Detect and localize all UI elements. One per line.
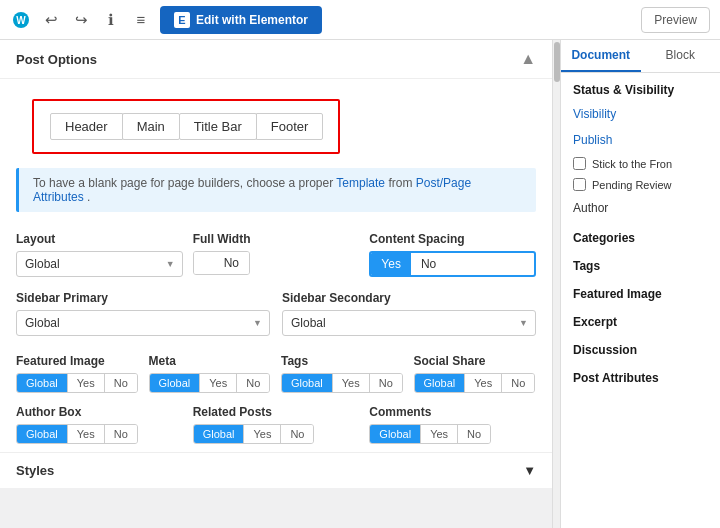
author-box-yes-btn[interactable]: Yes (68, 425, 105, 443)
related-posts-field: Related Posts Global Yes No (193, 405, 360, 444)
meta-btngroup: Global Yes No (149, 373, 271, 393)
meta-label: Meta (149, 354, 272, 368)
svg-text:W: W (16, 15, 26, 26)
sidebar-primary-select-wrap: Global Default None (16, 310, 270, 336)
collapse-arrow[interactable]: ▲ (520, 50, 536, 68)
meta-field: Meta Global Yes No (149, 354, 272, 393)
preview-button[interactable]: Preview (641, 7, 710, 33)
spacing-no-btn[interactable]: No (411, 253, 446, 275)
meta-no-btn[interactable]: No (237, 374, 269, 392)
styles-arrow[interactable]: ▼ (523, 463, 536, 478)
full-width-no-btn[interactable]: No (214, 252, 249, 274)
info-icon[interactable]: ℹ (100, 9, 122, 31)
related-posts-btngroup: Global Yes No (193, 424, 315, 444)
editor-panel: Post Options ▲ Header Main Title Bar Foo… (0, 40, 552, 528)
full-width-toggle-row: No (193, 251, 360, 275)
redo-button[interactable]: ↪ (70, 9, 92, 31)
info-text: To have a blank page for page builders, … (33, 176, 336, 190)
tags-field: Tags Global Yes No (281, 354, 404, 393)
publish-item[interactable]: Publish (561, 127, 720, 153)
post-options-header: Post Options ▲ (0, 40, 552, 79)
tab-main[interactable]: Main (122, 113, 180, 140)
author-box-btngroup: Global Yes No (16, 424, 138, 444)
tags-yes-btn[interactable]: Yes (333, 374, 370, 392)
layout-select[interactable]: Global Default Full Width (16, 251, 183, 277)
tags-no-btn[interactable]: No (370, 374, 402, 392)
sidebar-fields-row: Sidebar Primary Global Default None Side… (0, 287, 552, 346)
full-width-field: Full Width No (193, 232, 360, 277)
social-share-no-btn[interactable]: No (502, 374, 534, 392)
status-visibility-title: Status & Visibility (561, 73, 720, 101)
author-item: Author (561, 195, 720, 221)
visibility-item[interactable]: Visibility (561, 101, 720, 127)
stick-checkbox[interactable] (573, 157, 586, 170)
layout-select-wrap: Global Default Full Width (16, 251, 183, 277)
tab-footer[interactable]: Footer (256, 113, 324, 140)
tab-block[interactable]: Block (641, 40, 721, 72)
featured-image-yes-btn[interactable]: Yes (68, 374, 105, 392)
full-width-toggle: No (193, 251, 250, 275)
featured-image-label: Featured Image (16, 354, 139, 368)
info-period: . (87, 190, 90, 204)
comments-btngroup: Global Yes No (369, 424, 491, 444)
meta-yes-btn[interactable]: Yes (200, 374, 237, 392)
stick-to-front-item: Stick to the Fron (561, 153, 720, 174)
layout-field: Layout Global Default Full Width (16, 232, 183, 277)
tab-title-bar[interactable]: Title Bar (179, 113, 257, 140)
pending-checkbox[interactable] (573, 178, 586, 191)
meta-global-btn[interactable]: Global (150, 374, 201, 392)
tabs-row: Header Main Title Bar Footer (32, 99, 340, 154)
tags-label: Tags (281, 354, 404, 368)
wp-icon[interactable]: W (10, 9, 32, 31)
scrollbar[interactable] (552, 40, 560, 528)
template-link[interactable]: Template (336, 176, 385, 190)
pending-label: Pending Review (592, 179, 672, 191)
features-row-1: Featured Image Global Yes No Meta Global… (0, 346, 552, 401)
author-box-label: Author Box (16, 405, 183, 419)
social-share-label: Social Share (414, 354, 537, 368)
author-box-no-btn[interactable]: No (105, 425, 137, 443)
spacing-yes-btn[interactable]: Yes (371, 253, 411, 275)
social-share-yes-btn[interactable]: Yes (465, 374, 502, 392)
social-share-btngroup: Global Yes No (414, 373, 536, 393)
toolbar: W ↩ ↪ ℹ ≡ E Edit with Elementor Preview (0, 0, 720, 40)
tab-document[interactable]: Document (561, 40, 641, 72)
post-options-title: Post Options (16, 52, 97, 67)
layout-label: Layout (16, 232, 183, 246)
info-from: from (388, 176, 415, 190)
comments-global-btn[interactable]: Global (370, 425, 421, 443)
content-spacing-toggle: Yes No (369, 251, 536, 277)
comments-yes-btn[interactable]: Yes (421, 425, 458, 443)
related-posts-no-btn[interactable]: No (281, 425, 313, 443)
featured-image-no-btn[interactable]: No (105, 374, 137, 392)
related-posts-label: Related Posts (193, 405, 360, 419)
main-area: Post Options ▲ Header Main Title Bar Foo… (0, 40, 720, 528)
toolbar-right: Preview (641, 7, 710, 33)
tab-header[interactable]: Header (50, 113, 123, 140)
author-box-global-btn[interactable]: Global (17, 425, 68, 443)
featured-image-field: Featured Image Global Yes No (16, 354, 139, 393)
sidebar-primary-select[interactable]: Global Default None (16, 310, 270, 336)
related-posts-yes-btn[interactable]: Yes (244, 425, 281, 443)
tags-global-btn[interactable]: Global (282, 374, 333, 392)
featured-image-global-btn[interactable]: Global (17, 374, 68, 392)
menu-icon[interactable]: ≡ (130, 9, 152, 31)
sidebar-primary-field: Sidebar Primary Global Default None (16, 291, 270, 336)
scrollbar-thumb (554, 42, 560, 82)
sidebar-primary-label: Sidebar Primary (16, 291, 270, 305)
edit-elementor-button[interactable]: E Edit with Elementor (160, 6, 322, 34)
social-share-global-btn[interactable]: Global (415, 374, 466, 392)
author-box-field: Author Box Global Yes No (16, 405, 183, 444)
right-sidebar: Document Block Status & Visibility Visib… (560, 40, 720, 528)
social-share-field: Social Share Global Yes No (414, 354, 537, 393)
comments-no-btn[interactable]: No (458, 425, 490, 443)
pending-review-item: Pending Review (561, 174, 720, 195)
full-width-label: Full Width (193, 232, 360, 246)
full-width-empty-btn[interactable] (194, 252, 214, 274)
sidebar-secondary-select[interactable]: Global Default None (282, 310, 536, 336)
discussion-title: Discussion (561, 333, 720, 361)
tags-title: Tags (561, 249, 720, 277)
styles-section: Styles ▼ (0, 452, 552, 488)
undo-button[interactable]: ↩ (40, 9, 62, 31)
related-posts-global-btn[interactable]: Global (194, 425, 245, 443)
